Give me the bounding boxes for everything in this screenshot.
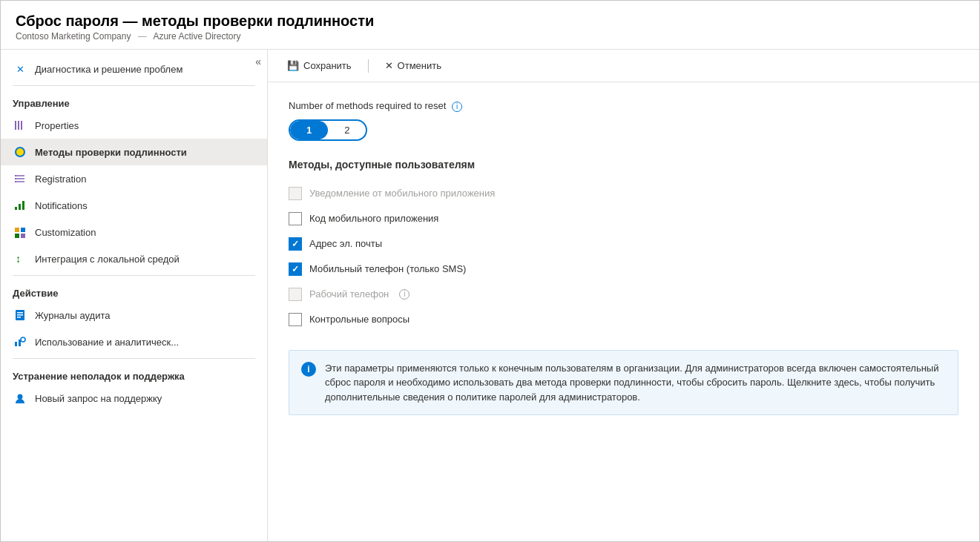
svg-rect-2 [21, 121, 22, 130]
content-body: Number of methods required to reset i 1 … [268, 82, 979, 433]
method-item-office-phone: Рабочий телефон i [289, 282, 958, 307]
audit-icon [13, 308, 27, 323]
sidebar-item-notifications[interactable]: Notifications [1, 192, 267, 219]
sidebar-item-label-notifications: Notifications [35, 200, 88, 211]
directory-name: Azure Active Directory [153, 31, 240, 42]
method-item-mobile-phone: Мобильный телефон (только SMS) [289, 257, 958, 282]
method-item-email: Адрес эл. почты [289, 231, 958, 257]
sidebar-item-support[interactable]: Новый запрос на поддержку [1, 385, 267, 412]
svg-point-25 [21, 337, 25, 342]
info-banner-text: Эти параметры применяются только к конеч… [325, 361, 946, 405]
method-item-security-questions: Контрольные вопросы [289, 307, 958, 332]
diagnose-icon: ✕ [13, 62, 27, 76]
info-banner-icon: i [301, 362, 316, 377]
svg-rect-8 [15, 175, 16, 176]
svg-rect-21 [17, 314, 23, 316]
method-item-mobile-app-notify: Уведомление от мобильного приложения [289, 181, 958, 206]
cancel-button[interactable]: ✕ Отменить [381, 57, 446, 74]
method-item-mobile-app-code: Код мобильного приложения [289, 206, 958, 231]
checkbox-office-phone[interactable] [289, 288, 302, 301]
info-banner: i Эти параметры применяются только к кон… [289, 350, 958, 416]
support-icon [13, 391, 27, 406]
svg-rect-10 [15, 181, 16, 182]
svg-rect-13 [22, 201, 24, 210]
toggle-option-1[interactable]: 1 [290, 121, 328, 139]
sidebar-item-customization[interactable]: Customization [1, 219, 267, 245]
sidebar-item-integration[interactable]: ↕ Интеграция с локальной средой [1, 245, 267, 272]
section-header-support: Устранение неполадок и поддержка [1, 362, 267, 385]
sidebar-divider-3 [13, 358, 255, 359]
svg-point-26 [18, 394, 23, 400]
checkbox-mobile-phone[interactable] [289, 262, 302, 276]
cancel-label: Отменить [398, 60, 441, 71]
svg-point-4 [16, 148, 24, 156]
sidebar-divider-1 [13, 85, 255, 86]
breadcrumb-separator: — [138, 31, 147, 42]
svg-text:↕: ↕ [16, 253, 21, 265]
svg-rect-1 [18, 121, 19, 130]
cancel-icon: ✕ [385, 60, 393, 71]
registration-icon [13, 171, 27, 186]
sidebar-item-label-usage: Использование и аналитическ... [35, 337, 179, 348]
sidebar-item-label-diagnose: Диагностика и решение проблем [35, 64, 182, 75]
main-window: Сброс пароля — методы проверки подлиннос… [0, 0, 980, 542]
methods-count-toggle[interactable]: 1 2 [289, 119, 367, 141]
save-label: Сохранить [303, 60, 352, 71]
sidebar-collapse-button[interactable]: « [255, 56, 261, 67]
svg-rect-20 [17, 312, 23, 314]
method-label-mobile-phone: Мобильный телефон (только SMS) [309, 263, 466, 274]
info-icon-office-phone: i [399, 289, 410, 300]
svg-rect-15 [21, 228, 25, 232]
customization-icon [13, 225, 27, 239]
methods-count-label: Number of methods required to reset i [289, 100, 958, 112]
sidebar-divider-2 [13, 275, 255, 276]
sidebar-item-methods[interactable]: Методы проверки подлинности [1, 139, 267, 165]
methods-available-label: Методы, доступные пользователям [289, 159, 958, 171]
usage-icon [13, 334, 27, 349]
svg-rect-14 [15, 228, 19, 232]
save-icon: 💾 [287, 60, 299, 71]
sidebar-item-audit[interactable]: Журналы аудита [1, 302, 267, 328]
sidebar: « ✕ Диагностика и решение проблем Управл… [1, 50, 268, 541]
method-label-security-questions: Контрольные вопросы [309, 314, 410, 325]
integration-icon: ↕ [13, 251, 27, 266]
properties-icon [13, 118, 27, 133]
checkbox-mobile-app-notify[interactable] [289, 187, 302, 200]
toolbar: 💾 Сохранить ✕ Отменить [268, 50, 979, 82]
sidebar-item-label-audit: Журналы аудита [35, 310, 110, 321]
sidebar-item-label-methods: Методы проверки подлинности [35, 147, 187, 158]
title-bar: Сброс пароля — методы проверки подлиннос… [1, 1, 979, 50]
svg-rect-22 [17, 317, 21, 318]
methods-icon [13, 145, 27, 159]
sidebar-item-properties[interactable]: Properties [1, 112, 267, 139]
sidebar-item-label-properties: Properties [35, 120, 79, 131]
content-area: 💾 Сохранить ✕ Отменить Number of methods… [268, 50, 979, 541]
svg-rect-12 [19, 204, 21, 210]
svg-rect-16 [15, 234, 19, 238]
info-icon-methods-count: i [452, 102, 462, 112]
checkbox-email[interactable] [289, 237, 302, 251]
method-label-office-phone: Рабочий телефон [309, 288, 389, 300]
section-header-action: Действие [1, 279, 267, 302]
breadcrumb: Contoso Marketing Company — Azure Active… [16, 31, 964, 42]
checkbox-security-questions[interactable] [289, 313, 302, 326]
svg-rect-9 [15, 178, 16, 179]
svg-rect-23 [15, 342, 17, 346]
method-label-mobile-app-notify: Уведомление от мобильного приложения [309, 188, 495, 199]
save-button[interactable]: 💾 Сохранить [283, 57, 356, 74]
method-label-mobile-app-code: Код мобильного приложения [309, 213, 438, 224]
company-name: Contoso Marketing Company [16, 31, 131, 42]
svg-rect-17 [21, 234, 25, 238]
svg-rect-0 [15, 121, 16, 130]
toggle-option-2[interactable]: 2 [328, 121, 366, 139]
sidebar-item-usage[interactable]: Использование и аналитическ... [1, 328, 267, 355]
sidebar-item-diagnose[interactable]: ✕ Диагностика и решение проблем [1, 56, 267, 82]
sidebar-item-registration[interactable]: Registration [1, 165, 267, 192]
sidebar-item-label-registration: Registration [35, 173, 86, 185]
method-label-email: Адрес эл. почты [309, 238, 382, 249]
main-layout: « ✕ Диагностика и решение проблем Управл… [1, 50, 979, 541]
notifications-icon [13, 198, 27, 213]
checkbox-mobile-app-code[interactable] [289, 212, 302, 225]
sidebar-item-label-support: Новый запрос на поддержку [35, 393, 162, 404]
section-header-manage: Управление [1, 89, 267, 112]
